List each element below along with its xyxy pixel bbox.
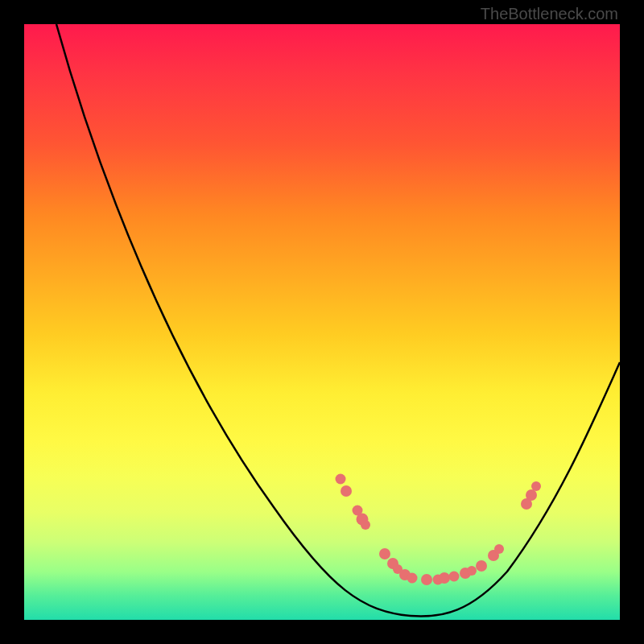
data-point — [494, 544, 504, 554]
data-point — [336, 474, 346, 485]
chart-svg — [24, 24, 620, 620]
plot-area — [24, 24, 620, 620]
data-point — [531, 481, 541, 491]
data-point — [476, 560, 487, 572]
data-point — [526, 489, 537, 501]
data-point — [421, 574, 432, 585]
data-point — [407, 573, 418, 584]
data-point — [449, 572, 460, 582]
data-point — [361, 520, 370, 530]
bottleneck-curve — [56, 24, 620, 617]
data-point — [379, 548, 390, 559]
watermark-text: TheBottleneck.com — [481, 5, 618, 23]
data-point — [439, 572, 450, 584]
data-point — [467, 566, 477, 576]
data-point — [341, 485, 352, 497]
chart-container: TheBottleneck.com — [0, 0, 644, 644]
